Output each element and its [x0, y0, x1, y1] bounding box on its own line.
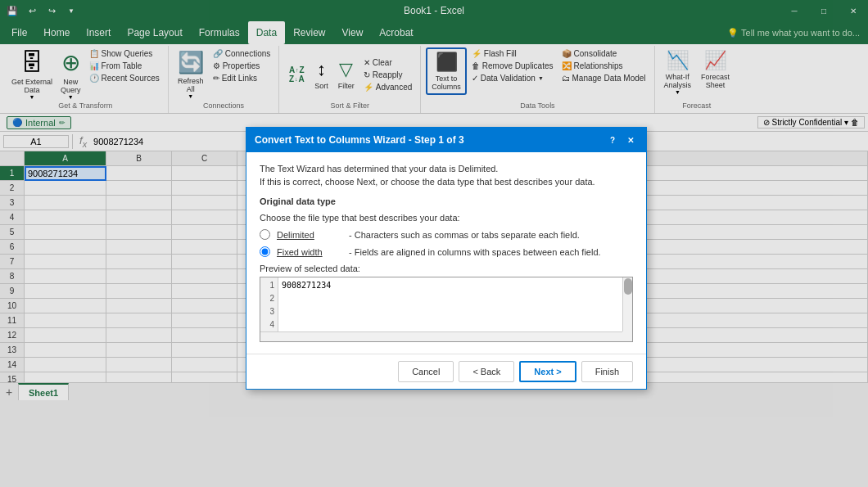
dialog-close-button[interactable]: ✕ — [623, 133, 638, 147]
fixed-width-option: Fixed width - Fields are aligned in colu… — [260, 246, 633, 257]
dialog-title-text: Convert Text to Columns Wizard - Step 1 … — [255, 134, 464, 146]
delimited-option: Delimited - Characters such as commas or… — [260, 229, 633, 240]
dialog-section-title: Original data type — [260, 196, 633, 206]
fixed-width-desc: - Fields are aligned in columns with spa… — [349, 247, 601, 257]
preview-title: Preview of selected data: — [260, 264, 633, 273]
finish-button[interactable]: Finish — [581, 361, 633, 382]
next-button[interactable]: Next > — [519, 361, 576, 382]
preview-horizontal-scrollbar[interactable] — [260, 331, 622, 341]
delimited-radio[interactable] — [260, 229, 270, 240]
convert-wizard-dialog: Convert Text to Columns Wizard - Step 1 … — [246, 127, 647, 390]
radio-group: Delimited - Characters such as commas or… — [260, 229, 633, 257]
dialog-choose-text: Choose the file type that best describes… — [260, 213, 633, 223]
preview-area: Preview of selected data: 1 2 3 4 5 9008… — [260, 264, 633, 342]
delimited-label[interactable]: Delimited — [277, 230, 342, 240]
preview-box: 1 2 3 4 5 9008271234 — [260, 277, 633, 342]
scrollbar-corner — [622, 331, 632, 341]
delimited-desc: - Characters such as commas or tabs sepa… — [349, 230, 580, 240]
cancel-button[interactable]: Cancel — [398, 361, 454, 382]
fixed-width-label[interactable]: Fixed width — [277, 247, 342, 257]
fixed-width-radio[interactable] — [260, 246, 270, 257]
scrollbar-thumb[interactable] — [624, 278, 632, 295]
dialog-intro2: If this is correct, choose Next, or choo… — [260, 177, 633, 187]
dialog-footer: Cancel < Back Next > Finish — [246, 354, 646, 389]
back-button[interactable]: < Back — [459, 361, 514, 382]
preview-vertical-scrollbar[interactable] — [622, 277, 632, 331]
dialog-controls: ? ✕ — [605, 133, 638, 147]
dialog-body: The Text Wizard has determined that your… — [246, 152, 646, 354]
preview-line-1: 9008271234 — [282, 279, 331, 292]
dialog-intro1: The Text Wizard has determined that your… — [260, 164, 633, 174]
dialog-title-bar: Convert Text to Columns Wizard - Step 1 … — [246, 128, 646, 152]
dialog-overlay: Convert Text to Columns Wizard - Step 1 … — [0, 0, 868, 400]
dialog-help-button[interactable]: ? — [605, 133, 620, 147]
